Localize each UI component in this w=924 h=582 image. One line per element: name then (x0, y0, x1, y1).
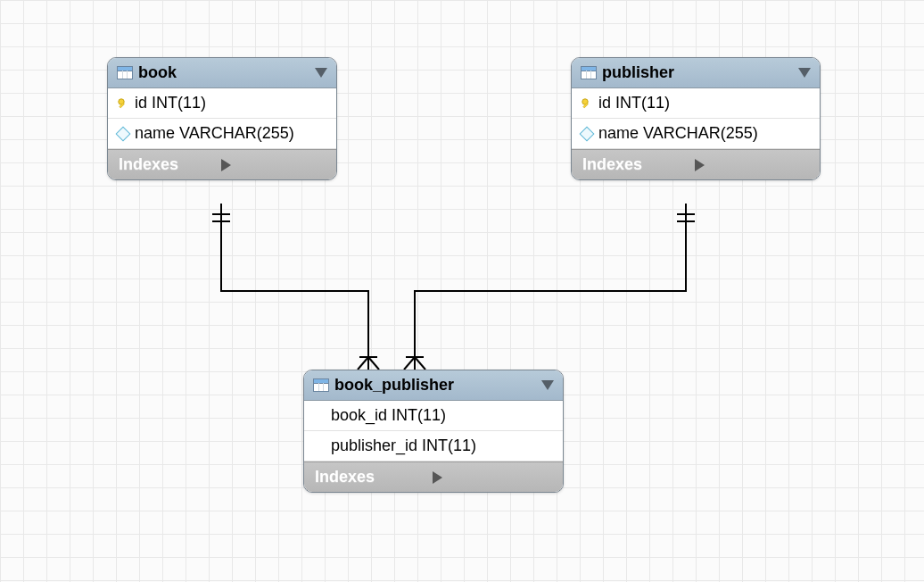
table-icon (313, 378, 329, 392)
indexes-section[interactable]: Indexes (572, 149, 820, 179)
table-icon (117, 66, 133, 79)
indexes-section[interactable]: Indexes (108, 149, 336, 179)
table-book-publisher[interactable]: book_publisher book_id INT(11) publisher… (303, 370, 564, 493)
indexes-label: Indexes (119, 155, 214, 174)
svg-line-8 (404, 357, 415, 370)
table-title: publisher (602, 63, 793, 82)
column-text: book_id INT(11) (331, 406, 446, 425)
expand-arrow-icon[interactable] (221, 159, 326, 171)
primary-key-icon (117, 97, 129, 110)
svg-line-3 (358, 357, 368, 370)
table-publisher[interactable]: publisher id INT(11) name VARCHAR(255) I… (571, 57, 821, 180)
expand-arrow-icon[interactable] (433, 471, 553, 484)
table-title: book (138, 63, 309, 82)
column-blank-icon (313, 410, 326, 422)
column-row[interactable]: id INT(11) (572, 88, 820, 119)
column-blank-icon (313, 440, 326, 453)
indexes-label: Indexes (315, 468, 425, 486)
expand-arrow-icon[interactable] (695, 159, 810, 171)
column-text: name VARCHAR(255) (135, 124, 294, 143)
indexes-section[interactable]: Indexes (304, 461, 563, 492)
table-header[interactable]: book (108, 58, 336, 88)
column-diamond-icon (580, 126, 595, 141)
table-title: book_publisher (334, 376, 536, 395)
svg-line-9 (415, 357, 425, 370)
table-header[interactable]: book_publisher (304, 370, 563, 401)
column-row[interactable]: publisher_id INT(11) (304, 431, 563, 461)
column-row[interactable]: name VARCHAR(255) (108, 119, 336, 149)
column-diamond-icon (116, 126, 131, 141)
collapse-arrow-icon[interactable] (541, 380, 554, 390)
table-header[interactable]: publisher (572, 58, 820, 88)
table-icon (581, 66, 597, 79)
column-text: id INT(11) (135, 94, 206, 112)
indexes-label: Indexes (582, 155, 688, 174)
column-row[interactable]: id INT(11) (108, 88, 336, 119)
column-text: publisher_id INT(11) (331, 436, 476, 455)
column-text: id INT(11) (598, 94, 670, 112)
svg-line-4 (368, 357, 379, 370)
table-book[interactable]: book id INT(11) name VARCHAR(255) Indexe… (107, 57, 337, 180)
collapse-arrow-icon[interactable] (798, 68, 811, 78)
primary-key-icon (581, 97, 593, 110)
collapse-arrow-icon[interactable] (315, 68, 327, 78)
column-row[interactable]: book_id INT(11) (304, 401, 563, 431)
column-row[interactable]: name VARCHAR(255) (572, 119, 820, 149)
column-text: name VARCHAR(255) (598, 124, 758, 143)
diagram-canvas: book id INT(11) name VARCHAR(255) Indexe… (0, 0, 924, 582)
